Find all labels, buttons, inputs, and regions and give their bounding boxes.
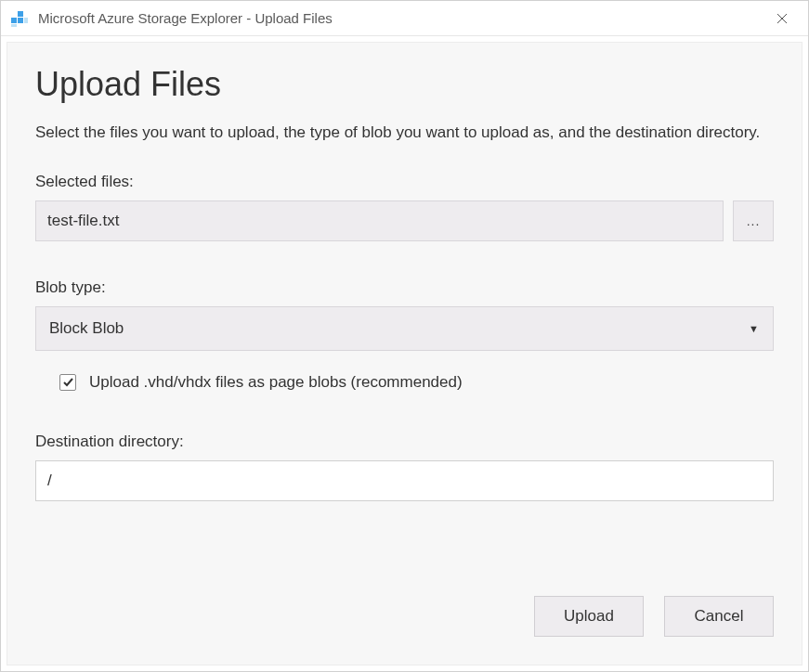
blob-type-select[interactable]: Block Blob xyxy=(35,306,774,351)
blob-type-label: Blob type: xyxy=(35,278,774,297)
vhd-page-blob-checkbox[interactable] xyxy=(59,374,76,391)
window-title: Microsoft Azure Storage Explorer - Uploa… xyxy=(38,10,763,26)
close-button[interactable] xyxy=(763,5,801,32)
selected-files-value: test-file.txt xyxy=(47,212,119,230)
selected-files-label: Selected files: xyxy=(35,173,774,191)
blob-type-value: Block Blob xyxy=(49,319,124,338)
upload-files-dialog: Microsoft Azure Storage Explorer - Uploa… xyxy=(0,0,809,672)
checkmark-icon xyxy=(62,376,74,388)
svg-rect-2 xyxy=(18,11,23,17)
svg-rect-1 xyxy=(18,18,23,23)
azure-storage-explorer-icon xyxy=(10,9,29,28)
dialog-heading: Upload Files xyxy=(35,65,774,104)
cancel-button[interactable]: Cancel xyxy=(664,596,774,637)
destination-directory-label: Destination directory: xyxy=(35,433,774,451)
titlebar: Microsoft Azure Storage Explorer - Uploa… xyxy=(1,1,808,36)
vhd-checkbox-row: Upload .vhd/vhdx files as page blobs (re… xyxy=(59,373,774,392)
svg-rect-0 xyxy=(11,18,17,23)
browse-files-button[interactable]: ... xyxy=(733,200,774,241)
dialog-button-row: Upload Cancel xyxy=(35,596,774,637)
svg-rect-4 xyxy=(11,24,17,27)
close-icon xyxy=(776,13,788,24)
upload-button[interactable]: Upload xyxy=(534,596,644,637)
dialog-content: Upload Files Select the files you want t… xyxy=(7,42,802,666)
selected-files-display: test-file.txt xyxy=(35,200,724,241)
svg-rect-3 xyxy=(24,18,28,23)
blob-type-select-wrap: Block Blob ▼ xyxy=(35,306,774,351)
selected-files-row: test-file.txt ... xyxy=(35,200,774,241)
destination-directory-input[interactable] xyxy=(35,460,774,501)
vhd-checkbox-label: Upload .vhd/vhdx files as page blobs (re… xyxy=(89,373,463,392)
dialog-description: Select the files you want to upload, the… xyxy=(35,121,774,145)
